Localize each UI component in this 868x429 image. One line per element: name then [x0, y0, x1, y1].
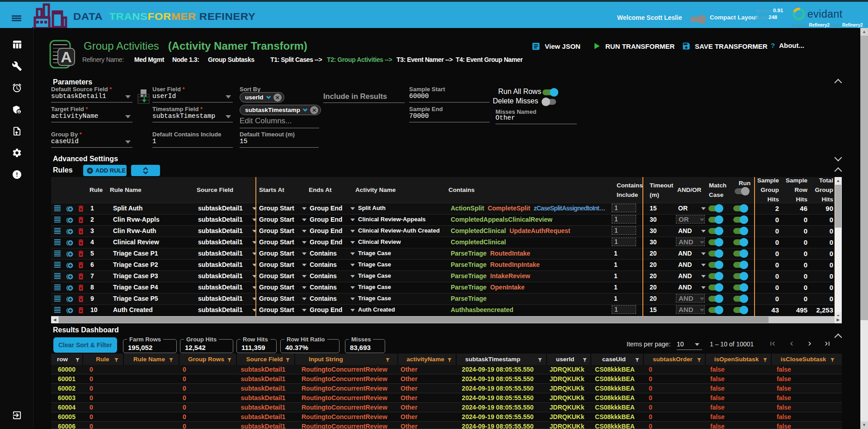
svg-text:A: A [61, 48, 72, 65]
